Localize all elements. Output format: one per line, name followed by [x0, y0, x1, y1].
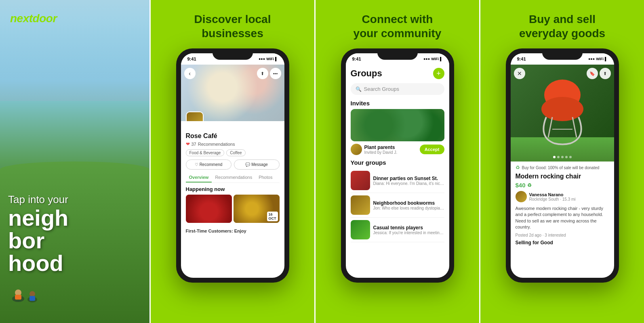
phone-screen-marketplace: 9:41 ●●● WiFi ▌	[511, 53, 614, 278]
groups-header: Groups +	[351, 68, 444, 79]
heart-icon: ❤	[186, 141, 190, 147]
dot-2	[557, 156, 560, 158]
dot-1	[553, 156, 556, 158]
seller-info: Vanessa Narano Rockridge South · 15.3 mi	[529, 192, 576, 201]
dot-3	[561, 156, 564, 158]
phone-marketplace: 9:41 ●●● WiFi ▌	[506, 48, 619, 283]
cafe-nav-tabs: Overview Recommendations Photos	[186, 173, 280, 183]
dot-5	[569, 156, 572, 158]
group-image-2	[351, 195, 370, 215]
group-msg-2: Jon: Who else loves reading dystopias?	[373, 206, 444, 210]
hero-tagline-4: bor	[8, 229, 141, 252]
market-header: ✕ 🔖 ⬆	[511, 65, 614, 162]
tag-food[interactable]: Food & Beverage	[186, 149, 225, 156]
more-button[interactable]: •••	[270, 68, 281, 79]
cafe-header: ‹ ⬆ •••	[181, 65, 284, 121]
svg-rect-5	[29, 296, 35, 301]
group-item-1[interactable]: Dinner parties on Sunset St. Diana: Hi e…	[351, 168, 444, 193]
cafe-image-2: 16OCT	[234, 195, 280, 223]
cafe-bottom-text: First-Time Customers: Enjoy	[181, 226, 284, 236]
group-info-3: Casual tennis players Jessica: If you're…	[373, 225, 444, 235]
recommend-button[interactable]: ♡ Recommend	[186, 159, 232, 170]
price-recycle-icon: ♻	[527, 182, 532, 188]
svg-line-8	[548, 117, 552, 137]
city-buildings	[0, 20, 149, 101]
panel-2-title: Discover localbusinesses	[194, 12, 271, 40]
recs-count: 37	[192, 142, 196, 147]
add-group-button[interactable]: +	[433, 68, 444, 79]
market-close-button[interactable]: ✕	[514, 68, 525, 79]
date-badge: 16OCT	[267, 212, 278, 221]
nextdoor-logo: nextdoor	[10, 12, 57, 25]
share-button[interactable]: ⬆	[257, 68, 268, 79]
your-groups-section: Your groups Dinner parties on Sunset St.…	[351, 159, 444, 242]
phone-screen-businesses: 9:41 ●●● WiFi ▌ ‹ ⬆ •••	[181, 53, 284, 278]
group-info-2: Neighborhood bookworms Jon: Who else lov…	[373, 200, 444, 210]
group-item-2[interactable]: Neighborhood bookworms Jon: Who else lov…	[351, 193, 444, 218]
bookmark-button[interactable]: 🔖	[587, 68, 598, 79]
status-icons-4: ●●● WiFi ▌	[588, 57, 608, 61]
signal-icon-4: ●●●	[588, 57, 595, 61]
group-image-1	[351, 171, 370, 190]
hero-tagline-5: hood	[8, 252, 141, 275]
phone-notch-3	[377, 48, 418, 60]
search-icon: 🔍	[356, 86, 362, 92]
tab-recommendations[interactable]: Recommendations	[212, 173, 255, 182]
cafe-action-row: ♡ Recommend 💬 Message	[186, 159, 280, 170]
message-button[interactable]: 💬 Message	[234, 159, 280, 170]
status-icons-3: ●●● WiFi ▌	[423, 57, 443, 61]
tab-photos[interactable]: Photos	[255, 173, 276, 182]
market-meta: Posted 2d ago · 3 interested	[516, 233, 609, 237]
phone-screen-community: 9:41 ●●● WiFi ▌ Groups + 🔍 Search Groups	[346, 53, 449, 278]
selling-for-good: Selling for Good	[516, 240, 609, 245]
cafe-avatar	[186, 111, 204, 121]
market-content: ♻ Buy for Good: 100% of sale will be don…	[511, 162, 614, 249]
wifi-icon: WiFi	[266, 57, 274, 61]
carousel-dots	[553, 156, 572, 158]
status-icons-2: ●●● WiFi ▌	[259, 57, 278, 61]
recs-label: Recommendations	[198, 142, 235, 147]
phone-businesses: 9:41 ●●● WiFi ▌ ‹ ⬆ •••	[176, 48, 289, 283]
wifi-icon-4: WiFi	[596, 57, 604, 61]
panel-businesses: Discover localbusinesses 9:41 ●●● WiFi ▌…	[149, 0, 314, 323]
tab-overview[interactable]: Overview	[186, 173, 212, 182]
buy-for-good-banner: ♻ Buy for Good: 100% of sale will be don…	[516, 165, 609, 170]
group-name-1: Dinner parties on Sunset St.	[373, 176, 444, 181]
group-name-2: Neighborhood bookworms	[373, 200, 444, 206]
market-price: $40 ♻	[516, 182, 609, 189]
seller-avatar	[516, 191, 527, 202]
seller-row: Vanessa Narano Rockridge South · 15.3 mi	[516, 191, 609, 202]
panel-marketplace: Buy and selleveryday goods 9:41 ●●● WiFi…	[479, 0, 644, 323]
recycle-icon: ♻	[516, 165, 520, 170]
cafe-images: 16OCT	[186, 195, 280, 223]
wifi-icon-3: WiFi	[431, 57, 439, 61]
market-share-button[interactable]: ⬆	[600, 68, 611, 79]
groups-search-bar[interactable]: 🔍 Search Groups	[351, 83, 444, 95]
market-description: Awesome modern rocking chair - very stur…	[516, 206, 609, 231]
hero-text: Tap into your neigh bor hood	[8, 193, 141, 275]
status-time-2: 9:41	[187, 57, 196, 61]
cafe-name: Rose Café	[186, 132, 280, 140]
plant-image	[351, 109, 444, 141]
phone-notch-4	[542, 48, 583, 60]
buy-for-good-text: Buy for Good: 100% of sale will be donat…	[522, 166, 600, 170]
svg-rect-2	[15, 295, 21, 300]
invite-by: Invited by David J.	[364, 150, 417, 155]
cafe-back-button[interactable]: ‹	[184, 68, 196, 79]
svg-line-9	[572, 117, 577, 137]
signal-icon-3: ●●●	[423, 57, 430, 61]
logo-area: nextdoor	[10, 12, 57, 25]
group-info-1: Dinner parties on Sunset St. Diana: Hi e…	[373, 176, 444, 186]
accept-button[interactable]: Accept	[420, 145, 444, 154]
cafe-image-1	[186, 195, 232, 223]
happening-now-label: Happening now	[186, 186, 280, 192]
seller-location: Rockridge South · 15.3 mi	[529, 197, 576, 201]
group-item-3[interactable]: Casual tennis players Jessica: If you're…	[351, 218, 444, 242]
cafe-tags: Food & Beverage Coffee	[186, 149, 280, 156]
battery-icon: ▌	[275, 57, 278, 61]
cafe-action-buttons: ⬆ •••	[257, 68, 281, 79]
tag-coffee[interactable]: Coffee	[226, 149, 245, 156]
invite-row: Plant parents Invited by David J. Accept	[351, 144, 444, 155]
invite-info: Plant parents Invited by David J.	[364, 145, 417, 155]
battery-icon-3: ▌	[440, 57, 442, 61]
